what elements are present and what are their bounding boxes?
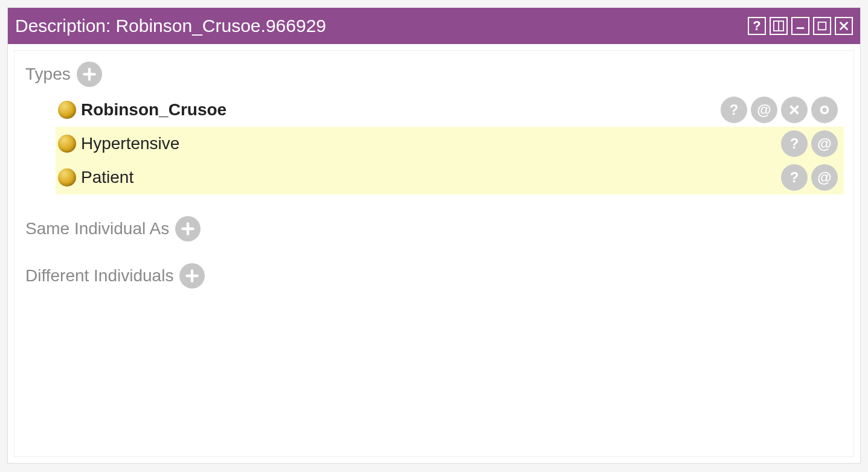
type-entry[interactable]: Robinson_Crusoe [58,100,227,120]
maximize-button[interactable] [813,17,831,35]
target-button[interactable] [811,97,838,123]
plus-icon [184,268,200,284]
type-row[interactable]: Hypertensive?@ [56,127,844,161]
same-individual-section-header: Same Individual As [25,216,846,241]
type-name: Robinson_Crusoe [81,100,227,120]
question-icon: ? [730,101,739,118]
row-actions: ?@ [781,164,838,191]
type-name: Hypertensive [81,134,179,153]
window-controls: ? [748,17,853,35]
maximize-icon [817,21,828,31]
x-icon [788,103,801,116]
same-individual-label: Same Individual As [25,219,169,238]
explain-button[interactable]: ? [781,130,808,157]
svg-point-10 [821,107,828,113]
explain-button[interactable]: ? [781,164,808,191]
help-button[interactable]: ? [748,17,766,35]
types-section-header: Types [25,62,846,87]
minimize-icon [795,21,806,31]
svg-rect-3 [818,22,826,30]
ring-icon [818,103,831,116]
type-row[interactable]: Patient?@ [56,161,844,194]
at-icon: @ [757,101,771,118]
class-icon [58,101,76,119]
question-icon: ? [790,169,799,186]
different-individuals-label: Different Individuals [25,266,173,285]
type-entry[interactable]: Patient [58,168,133,187]
description-panel: Description: Robinson_Crusoe.966929 ? [7,7,861,464]
row-actions: ?@ [781,130,838,157]
close-button[interactable] [835,17,853,35]
explain-button[interactable]: ? [721,97,747,123]
type-entry[interactable]: Hypertensive [58,134,179,153]
split-view-button[interactable] [770,17,788,35]
different-individuals-section-header: Different Individuals [25,263,846,289]
add-different-individuals-button[interactable] [179,263,205,289]
row-actions: ?@ [721,97,838,123]
close-icon [838,21,849,31]
delete-button[interactable] [781,97,808,123]
add-same-individual-button[interactable] [175,216,201,241]
class-icon [58,168,76,187]
window-title: Description: Robinson_Crusoe.966929 [15,16,326,36]
annotations-button[interactable]: @ [811,130,838,157]
types-list: Robinson_Crusoe?@Hypertensive?@Patient?@ [56,93,844,194]
split-icon [773,21,784,31]
at-icon: @ [817,135,831,152]
content-area: Types Robinson_Crusoe?@Hypertensive?@Pat… [14,50,854,457]
annotations-button[interactable]: @ [811,164,838,191]
plus-icon [82,66,97,82]
question-icon: ? [790,135,799,152]
add-type-button[interactable] [77,62,102,87]
class-icon [58,135,76,153]
titlebar: Description: Robinson_Crusoe.966929 ? [8,8,860,44]
at-icon: @ [817,169,831,186]
question-icon: ? [753,19,760,33]
type-name: Patient [81,168,133,187]
types-label: Types [25,65,71,84]
type-row[interactable]: Robinson_Crusoe?@ [56,93,844,127]
annotations-button[interactable]: @ [751,97,777,123]
title-prefix: Description: [15,16,111,36]
minimize-button[interactable] [791,17,809,35]
plus-icon [180,221,196,237]
title-entity: Robinson_Crusoe.966929 [115,16,326,36]
